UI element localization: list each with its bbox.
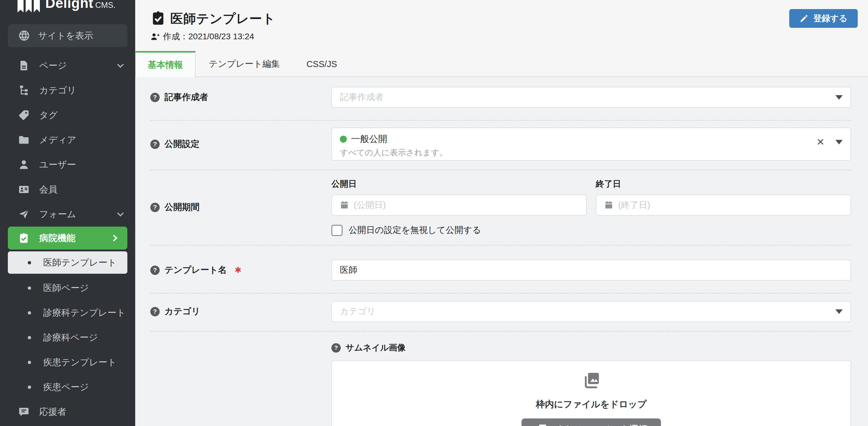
chevron-down-icon <box>116 61 125 70</box>
chevron-right-icon <box>111 233 120 243</box>
start-date-label: 公開日 <box>331 178 587 190</box>
sidebar: DelightCMS. サイトを表示 ページ カテゴリ タグ <box>0 0 135 426</box>
sidebar-item-members[interactable]: 会員 <box>0 177 135 202</box>
thumbnail-dropzone[interactable]: 枠内にファイルをドロップ またはファイルを選択 <box>331 360 851 426</box>
thumbnail-label: サムネイル画像 <box>346 342 406 353</box>
calendar-icon <box>604 200 613 210</box>
sidebar-item-label: サイトを表示 <box>38 30 117 42</box>
basic-info-form: ? 記事作成者 記事作成者 ? 公開設定 <box>135 77 868 426</box>
tab-css-js[interactable]: CSS/JS <box>293 51 350 77</box>
visibility-description: すべての人に表示されます。 <box>340 147 447 158</box>
sidebar-subitem-doctor-template[interactable]: 医師テンプレート <box>8 251 127 274</box>
sidebar-item-label: タグ <box>39 109 125 121</box>
select-file-button[interactable]: またはファイルを選択 <box>522 419 661 426</box>
sidebar-item-label: 応援者 <box>39 406 125 418</box>
end-date-label: 終了日 <box>596 178 851 190</box>
bullet-icon <box>28 336 31 339</box>
tab-basic-info[interactable]: 基本情報 <box>135 51 195 77</box>
help-icon[interactable]: ? <box>150 93 160 102</box>
author-label: 記事作成者 <box>164 91 208 103</box>
author-select[interactable]: 記事作成者 <box>331 87 851 108</box>
clear-icon[interactable]: ✕ <box>816 137 825 147</box>
page-header: 医師テンプレート 作成：2021/08/23 13:24 登録する 基本情報 テ… <box>135 0 868 77</box>
sidebar-item-label: 診療科ページ <box>43 332 135 344</box>
sidebar-item-users[interactable]: ユーザー <box>0 152 135 177</box>
page-title: 医師テンプレート <box>170 10 276 27</box>
sidebar-item-tags[interactable]: タグ <box>0 103 135 127</box>
help-icon[interactable]: ? <box>331 343 341 352</box>
sidebar-item-label: 医師ページ <box>43 282 135 294</box>
tab-template-edit[interactable]: テンプレート編集 <box>195 51 293 77</box>
sidebar-subitem-department-page[interactable]: 診療科ページ <box>0 325 135 350</box>
created-timestamp: 作成：2021/08/23 13:24 <box>163 31 254 42</box>
user-icon <box>18 159 30 170</box>
tab-label: テンプレート編集 <box>209 58 280 70</box>
brand-suffix: CMS. <box>95 1 116 10</box>
folder-icon <box>18 134 30 146</box>
sidebar-item-view-site[interactable]: サイトを表示 <box>8 24 127 47</box>
bullet-icon <box>28 261 31 264</box>
brand-logo[interactable]: DelightCMS. <box>0 0 135 18</box>
images-icon <box>535 423 548 426</box>
sidebar-item-pages[interactable]: ページ <box>0 53 135 78</box>
comment-icon <box>18 406 30 418</box>
caret-down-icon <box>835 140 843 144</box>
visibility-select[interactable]: 一般公開 すべての人に表示されます。 ✕ <box>331 127 851 161</box>
sidebar-item-label: カテゴリ <box>39 84 125 97</box>
bullet-icon <box>28 386 31 389</box>
category-select[interactable]: カテゴリ <box>331 301 851 322</box>
sidebar-item-hospital-functions[interactable]: 病院機能 <box>8 227 127 250</box>
sidebar-subitem-department-template[interactable]: 診療科テンプレート <box>0 300 135 325</box>
sidebar-item-label: 疾患ページ <box>43 381 135 393</box>
status-dot-icon <box>340 136 347 143</box>
clipboard-check-icon <box>18 232 30 244</box>
globe-icon <box>18 30 30 42</box>
sidebar-nav: ページ カテゴリ タグ メディア ユーザー <box>0 53 135 424</box>
help-icon[interactable]: ? <box>150 203 160 212</box>
help-icon[interactable]: ? <box>150 265 160 275</box>
template-name-value: 医師 <box>340 264 357 276</box>
sidebar-item-categories[interactable]: カテゴリ <box>0 78 135 103</box>
sidebar-item-label: 疾患テンプレート <box>43 356 135 369</box>
ignore-publish-date-checkbox[interactable] <box>331 225 343 236</box>
sidebar-subitem-doctor-page[interactable]: 医師ページ <box>0 276 135 300</box>
id-card-icon <box>18 184 30 195</box>
bullet-icon <box>28 286 31 290</box>
creator-icon <box>150 32 160 41</box>
ignore-publish-date-label: 公開日の設定を無視して公開する <box>349 224 481 236</box>
sidebar-subitem-disease-page[interactable]: 疾患ページ <box>0 375 135 399</box>
register-button-label: 登録する <box>813 13 847 24</box>
sidebar-item-label: 診療科テンプレート <box>43 307 135 319</box>
period-label: 公開期間 <box>164 201 199 213</box>
end-date-input[interactable]: (終了日) <box>596 195 851 216</box>
sidebar-item-forms[interactable]: フォーム <box>0 202 135 227</box>
tag-icon <box>18 109 30 121</box>
period-row: ? 公開期間 公開日 (公開日) 終了日 <box>150 170 851 246</box>
author-row: ? 記事作成者 記事作成者 <box>150 77 851 121</box>
page-icon <box>18 60 30 71</box>
chevron-down-icon <box>116 210 125 219</box>
author-placeholder: 記事作成者 <box>340 91 383 103</box>
sidebar-subitem-disease-template[interactable]: 疾患テンプレート <box>0 350 135 375</box>
dropzone-text: 枠内にファイルをドロップ <box>536 398 647 410</box>
sidebar-item-supporters[interactable]: 応援者 <box>0 399 135 424</box>
sidebar-item-media[interactable]: メディア <box>0 127 135 152</box>
register-button[interactable]: 登録する <box>789 9 858 28</box>
start-date-input[interactable]: (公開日) <box>331 195 587 216</box>
caret-down-icon <box>835 309 843 314</box>
paper-plane-icon <box>18 208 30 220</box>
tab-label: 基本情報 <box>148 59 183 71</box>
help-icon[interactable]: ? <box>150 140 160 149</box>
help-icon[interactable]: ? <box>150 307 160 316</box>
images-icon <box>582 370 601 390</box>
bullet-icon <box>28 361 31 364</box>
category-label: カテゴリ <box>164 306 200 317</box>
select-file-button-label: またはファイルを選択 <box>555 423 648 426</box>
sidebar-item-label: メディア <box>39 134 125 146</box>
sidebar-item-label: 会員 <box>39 183 125 196</box>
sidebar-item-label: ユーザー <box>39 159 125 171</box>
sidebar-item-label: 医師テンプレート <box>43 256 127 269</box>
template-name-input[interactable]: 医師 <box>331 259 851 281</box>
caret-down-icon <box>835 95 843 100</box>
thumbnail-section: ? サムネイル画像 枠内にファイルをドロップ またはファイルを選択 <box>150 332 851 426</box>
